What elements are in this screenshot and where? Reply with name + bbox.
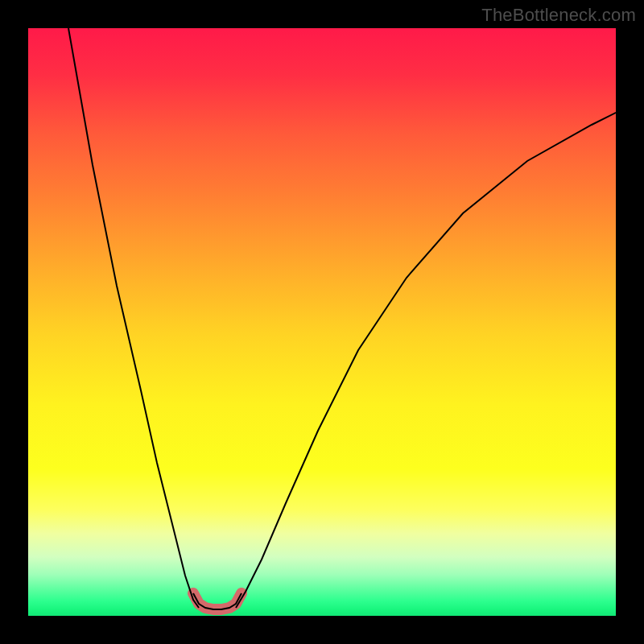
curve-left-branch: [68, 28, 199, 608]
valley-highlight: [193, 593, 242, 609]
curve-right-branch: [236, 113, 616, 608]
watermark-text: TheBottleneck.com: [481, 5, 636, 26]
bottleneck-curve-svg: [28, 28, 616, 616]
chart-frame: [28, 28, 616, 616]
